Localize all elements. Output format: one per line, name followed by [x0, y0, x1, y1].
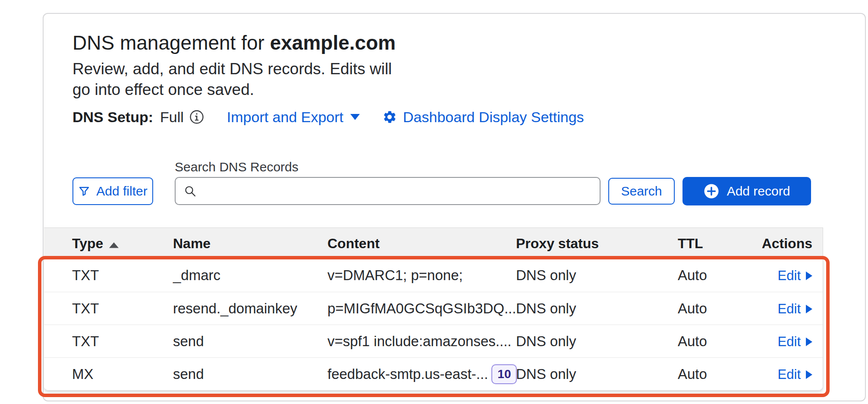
sort-ascending-icon: [109, 242, 119, 248]
page-title-prefix: DNS management for: [72, 32, 270, 54]
cell-proxy-status: DNS only: [516, 333, 576, 350]
cell-type: MX: [72, 366, 94, 382]
cell-proxy-status: DNS only: [516, 366, 576, 382]
table-row[interactable]: TXT send v=spf1 include:amazonses.... DN…: [44, 325, 823, 357]
edit-record-link[interactable]: Edit: [778, 367, 812, 382]
cell-content: p=MIGfMA0GCSqGSIb3DQ...: [327, 300, 516, 317]
chevron-right-icon: [806, 338, 812, 346]
cell-proxy-status: DNS only: [516, 300, 576, 317]
cell-name: send: [173, 366, 204, 382]
dns-setup-label: DNS Setup:: [72, 109, 153, 126]
dns-setup-value: Full: [160, 109, 184, 126]
cell-ttl: Auto: [678, 333, 707, 350]
column-header-content: Content: [327, 235, 380, 251]
table-body: TXT _dmarc v=DMARC1; p=none; DNS only Au…: [44, 259, 823, 391]
chevron-down-icon: [350, 114, 360, 120]
cell-type: TXT: [72, 333, 99, 350]
filter-icon: [78, 185, 90, 197]
column-header-proxy-status: Proxy status: [516, 235, 599, 251]
page-title: DNS management for example.com: [72, 31, 396, 54]
page-subtitle-line1: Review, add, and edit DNS records. Edits…: [72, 59, 392, 79]
cell-ttl: Auto: [678, 366, 707, 382]
cell-content: v=DMARC1; p=none;: [327, 267, 463, 284]
page-subtitle: Review, add, and edit DNS records. Edits…: [72, 59, 392, 100]
add-filter-label: Add filter: [96, 184, 147, 199]
dns-management-card: DNS management for example.com Review, a…: [43, 13, 866, 401]
cell-ttl: Auto: [678, 300, 707, 317]
cell-name: resend._domainkey: [173, 300, 297, 317]
gear-icon: [382, 110, 397, 124]
cell-type: TXT: [72, 267, 99, 284]
cell-name: send: [173, 333, 204, 350]
cell-ttl: Auto: [678, 267, 707, 284]
import-export-label: Import and Export: [227, 109, 343, 126]
column-header-name: Name: [173, 235, 211, 251]
chevron-right-icon: [806, 271, 812, 280]
search-dns-records-box[interactable]: [175, 177, 601, 205]
chevron-right-icon: [806, 370, 812, 379]
cell-proxy-status: DNS only: [516, 267, 576, 284]
table-header-row: Type Name Content Proxy status TTL Actio…: [44, 227, 823, 259]
add-record-button[interactable]: Add record: [682, 177, 811, 205]
column-header-type[interactable]: Type: [72, 235, 119, 251]
dns-setup-row: DNS Setup: Full Import and Export Dashbo…: [72, 107, 584, 127]
edit-record-link[interactable]: Edit: [778, 334, 812, 350]
dashboard-display-settings-link[interactable]: Dashboard Display Settings: [382, 109, 584, 126]
dashboard-display-settings-label: Dashboard Display Settings: [403, 109, 584, 126]
column-header-actions: Actions: [762, 235, 812, 251]
add-record-label: Add record: [727, 184, 790, 199]
controls-row: Add filter Search Add record: [44, 177, 865, 205]
cell-content: v=spf1 include:amazonses....: [327, 333, 512, 350]
add-filter-button[interactable]: Add filter: [72, 177, 153, 205]
mx-priority-badge: 10: [491, 364, 517, 384]
import-export-link[interactable]: Import and Export: [227, 109, 360, 126]
search-button[interactable]: Search: [608, 178, 675, 205]
edit-record-link[interactable]: Edit: [778, 268, 812, 284]
chevron-right-icon: [806, 305, 812, 313]
search-dns-records-label: Search DNS Records: [175, 160, 299, 174]
table-row[interactable]: TXT _dmarc v=DMARC1; p=none; DNS only Au…: [44, 259, 823, 292]
table-row[interactable]: TXT resend._domainkey p=MIGfMA0GCSqGSIb3…: [44, 292, 823, 325]
page-subtitle-line2: go into effect once saved.: [72, 79, 392, 100]
plus-icon: [704, 183, 719, 199]
search-icon: [183, 184, 197, 198]
dns-records-table: Type Name Content Proxy status TTL Actio…: [44, 227, 823, 391]
info-icon[interactable]: [189, 109, 204, 125]
table-row[interactable]: MX send feedback-smtp.us-east-...10 DNS …: [44, 357, 823, 390]
search-button-label: Search: [621, 184, 662, 199]
column-header-ttl: TTL: [678, 235, 703, 251]
search-input[interactable]: [203, 178, 592, 204]
cell-type: TXT: [72, 300, 99, 317]
edit-record-link[interactable]: Edit: [778, 301, 812, 317]
cell-content: feedback-smtp.us-east-...10: [327, 364, 517, 384]
page-title-domain: example.com: [270, 32, 396, 54]
cell-name: _dmarc: [173, 267, 220, 284]
